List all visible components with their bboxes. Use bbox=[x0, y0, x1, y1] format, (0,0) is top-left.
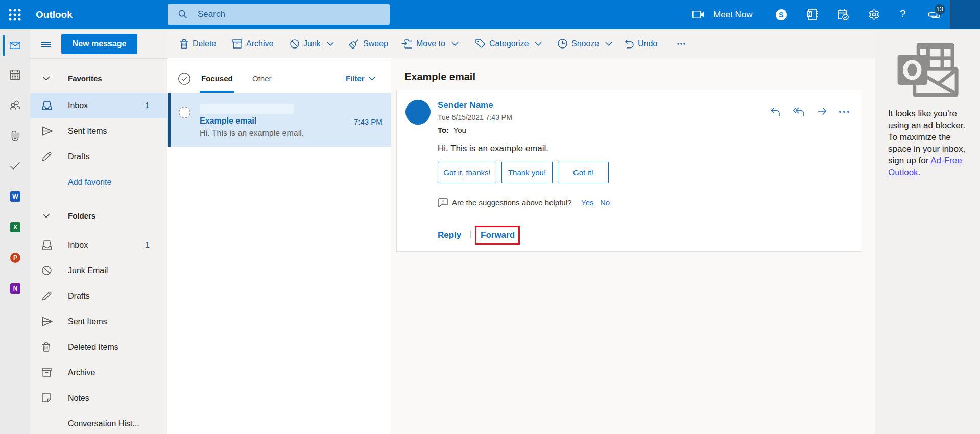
svg-text:N: N bbox=[807, 11, 811, 17]
